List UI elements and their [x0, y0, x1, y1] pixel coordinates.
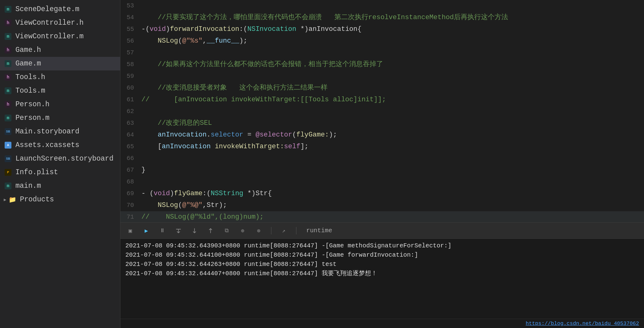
- line-number: 65: [120, 141, 139, 153]
- file-label: main.m: [15, 182, 41, 190]
- folder-label: Products: [20, 196, 54, 204]
- sidebar-item-main-storyboard[interactable]: SB Main.storyboard: [0, 125, 120, 138]
- code-line-59: 59: [120, 70, 644, 82]
- chevron-right-icon: ▶: [4, 197, 6, 202]
- toolbar-btn-step-in[interactable]: [190, 226, 199, 236]
- line-content: -(void)forwardInvocation:(NSInvocation *…: [139, 23, 644, 35]
- sidebar-item-launch-storyboard[interactable]: SB LaunchScreen.storyboard: [0, 152, 120, 166]
- file-icon-sb: SB: [4, 127, 12, 136]
- line-number: 54: [120, 12, 139, 23]
- console-area[interactable]: 2021-07-08 09:45:32.643903+0800 runtime[…: [120, 238, 644, 319]
- line-content: NSLog(@"%@",Str);: [139, 200, 644, 211]
- console-line-3: 2021-07-08 09:45:32.644263+0800 runtime[…: [125, 260, 639, 269]
- sidebar-item-tools-h[interactable]: h Tools.h: [0, 70, 120, 84]
- console-line-2: 2021-07-08 09:45:32.644100+0800 runtime[…: [125, 250, 639, 260]
- file-icon-m: m: [4, 86, 12, 95]
- sidebar-item-products[interactable]: ▶ 📁 Products: [0, 193, 120, 206]
- bottom-toolbar: ▣ ▶ ⏸ ⧉ ⊕ ⊗ ↗ runtime: [120, 222, 644, 238]
- line-number: 57: [120, 47, 139, 59]
- line-number: 63: [120, 117, 139, 129]
- toolbar-btn-step-over[interactable]: [174, 226, 183, 236]
- line-number: 53: [120, 0, 139, 12]
- line-content: }: [139, 164, 644, 176]
- file-icon-sb: SB: [4, 154, 12, 163]
- code-line-69: 69 - (void)flyGame:(NSString *)Str{: [120, 188, 644, 200]
- file-label: Person.m: [15, 114, 49, 122]
- line-content: [139, 106, 644, 117]
- file-label: ViewController.m: [15, 32, 84, 40]
- toolbar-btn-step-out[interactable]: [206, 226, 215, 236]
- file-label: Main.storyboard: [15, 128, 79, 136]
- sidebar: m SceneDelegate.m h ViewController.h m V…: [0, 0, 120, 328]
- code-line-61: 61 // [anInvocation invokeWithTarget:[[T…: [120, 94, 644, 106]
- file-icon-h: h: [4, 19, 12, 27]
- file-icon-h: h: [4, 46, 12, 54]
- status-link[interactable]: https://blog.csdn.net/baidu_40537062: [526, 321, 639, 326]
- line-content: //改变消息接受者对象 这个会和执行方法二结果一样: [139, 82, 644, 94]
- code-line-68: 68: [120, 176, 644, 188]
- code-line-64: 64 anInvocation.selector = @selector(fly…: [120, 129, 644, 141]
- line-content: [139, 70, 644, 82]
- toolbar-btn-view[interactable]: ▣: [125, 226, 135, 236]
- code-line-63: 63 //改变消息的SEL: [120, 117, 644, 129]
- line-number: 58: [120, 59, 139, 70]
- code-line-58: 58 //如果再这个方法里什么都不做的话也不会报错，相当于把这个消息吞掉了: [120, 59, 644, 70]
- file-label: Game.h: [15, 46, 41, 54]
- line-number: 68: [120, 176, 139, 188]
- line-number: 71: [120, 211, 139, 222]
- line-number: 70: [120, 200, 139, 211]
- toolbar-btn-debug-view[interactable]: ⊗: [254, 226, 264, 236]
- code-editor[interactable]: 53 54 //只要实现了这个方法，哪怕里面没有代码也不会崩溃 第二次执行res…: [120, 0, 644, 222]
- code-line-67: 67 }: [120, 164, 644, 176]
- sidebar-item-main-m[interactable]: m main.m: [0, 179, 120, 193]
- toolbar-btn-simulate[interactable]: ↗: [279, 226, 289, 236]
- line-number: 56: [120, 35, 139, 47]
- sidebar-item-assets[interactable]: A Assets.xcassets: [0, 138, 120, 152]
- sidebar-item-game-h[interactable]: h Game.h: [0, 43, 120, 57]
- line-content: [anInvocation invokeWithTarget:self];: [139, 141, 644, 153]
- sidebar-item-tools-m[interactable]: m Tools.m: [0, 84, 120, 98]
- code-line-65: 65 [anInvocation invokeWithTarget:self];: [120, 141, 644, 153]
- sidebar-item-viewcontroller-m[interactable]: m ViewController.m: [0, 30, 120, 43]
- line-content: //改变消息的SEL: [139, 117, 644, 129]
- file-label: Person.h: [15, 100, 49, 108]
- sidebar-item-person-m[interactable]: m Person.m: [0, 111, 120, 125]
- toolbar-btn-debug-mem[interactable]: ⊕: [238, 226, 248, 236]
- file-label: ViewController.h: [15, 19, 84, 27]
- file-icon-m: m: [4, 59, 12, 68]
- line-content: [139, 153, 644, 164]
- code-line-57: 57: [120, 47, 644, 59]
- toolbar-btn-continue[interactable]: ⧉: [222, 226, 232, 236]
- file-icon-m: m: [4, 182, 12, 190]
- toolbar-divider: [271, 227, 271, 234]
- file-icon-m: m: [4, 5, 12, 14]
- line-number: 59: [120, 70, 139, 82]
- line-content: anInvocation.selector = @selector(flyGam…: [139, 129, 644, 141]
- sidebar-item-person-h[interactable]: h Person.h: [0, 98, 120, 111]
- line-number: 64: [120, 129, 139, 141]
- sidebar-item-info-plist[interactable]: P Info.plist: [0, 166, 120, 179]
- line-content: - (void)flyGame:(NSString *)Str{: [139, 188, 644, 200]
- line-content: //只要实现了这个方法，哪怕里面没有代码也不会崩溃 第二次执行resolveIn…: [139, 12, 644, 23]
- file-label: Tools.h: [15, 73, 45, 81]
- line-number: 61: [120, 94, 139, 106]
- toolbar-btn-pause[interactable]: ⏸: [157, 226, 167, 236]
- file-label: Info.plist: [15, 168, 58, 176]
- file-label: Tools.m: [15, 87, 45, 95]
- file-icon-plist: P: [4, 168, 12, 177]
- line-number: 67: [120, 164, 139, 176]
- toolbar-divider-2: [296, 227, 296, 234]
- sidebar-item-scenedelegate-m[interactable]: m SceneDelegate.m: [0, 2, 120, 16]
- file-label: Game.m: [15, 60, 41, 68]
- line-content: // NSLog(@"%ld",(long)num);: [139, 211, 644, 222]
- toolbar-btn-run[interactable]: ▶: [141, 226, 151, 236]
- line-content: NSLog(@"%s",__func__);: [139, 35, 644, 47]
- code-line-70: 70 NSLog(@"%@",Str);: [120, 200, 644, 211]
- sidebar-item-viewcontroller-h[interactable]: h ViewController.h: [0, 16, 120, 30]
- code-line-56: 56 NSLog(@"%s",__func__);: [120, 35, 644, 47]
- code-line-62: 62: [120, 106, 644, 117]
- status-bar: https://blog.csdn.net/baidu_40537062: [120, 319, 644, 328]
- folder-icon: 📁: [8, 195, 17, 204]
- sidebar-item-game-m[interactable]: m Game.m: [0, 57, 120, 70]
- runtime-label: runtime: [306, 227, 332, 234]
